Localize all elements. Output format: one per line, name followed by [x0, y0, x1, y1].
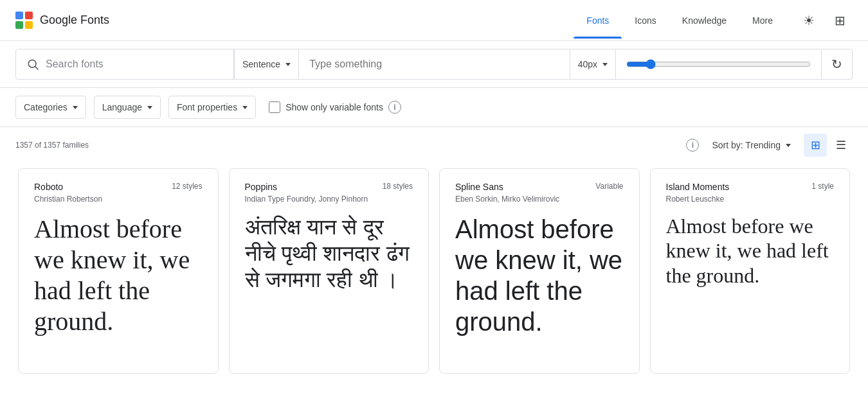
categories-button[interactable]: Categories [15, 96, 86, 119]
size-slider[interactable] [626, 59, 811, 69]
font-preview: अंतरिक्ष यान से दूर नीचे पृथ्वी शानदार ढ… [245, 214, 413, 358]
font-name: Roboto [34, 182, 63, 192]
font-author: Christian Robertson [34, 195, 203, 204]
type-something-box [299, 49, 570, 80]
language-chevron-icon [147, 106, 152, 109]
main-nav: Fonts Icons Knowledge More [574, 3, 786, 39]
theme-toggle-button[interactable]: ☀ [796, 8, 822, 33]
logo-area: Google Fonts [15, 12, 109, 30]
results-bar: 1357 of 1357 families i Sort by: Trendin… [0, 127, 868, 163]
font-properties-label: Font properties [177, 102, 237, 112]
grid-icon: ⊞ [811, 138, 820, 152]
google-logo-icon [15, 12, 33, 30]
search-input[interactable] [46, 58, 223, 70]
sentence-selector[interactable]: Sentence [235, 49, 299, 80]
font-preview: Almost before we knew it, we had left th… [34, 214, 203, 358]
font-styles: 1 style [811, 182, 834, 191]
variable-font-label[interactable]: Show only variable fonts [285, 102, 383, 112]
font-card-header: Poppins 18 styles [245, 182, 413, 192]
font-card-poppins[interactable]: Poppins 18 styles Indian Type Foundry, J… [229, 168, 429, 374]
font-preview-text: Almost before we knew it, we had left th… [34, 214, 203, 337]
slider-box [616, 49, 822, 80]
categories-chevron-icon [73, 106, 78, 109]
svg-rect-1 [25, 12, 33, 19]
sort-button[interactable]: Sort by: Trending [707, 136, 796, 154]
theme-icon: ☀ [803, 13, 815, 28]
svg-rect-2 [15, 21, 23, 29]
grid-view-button[interactable]: ⊞ [827, 8, 853, 33]
list-icon: ☰ [836, 138, 846, 152]
font-properties-chevron-icon [242, 106, 248, 109]
type-something-input[interactable] [309, 58, 559, 70]
font-name: Spline Sans [455, 182, 503, 192]
apps-grid-icon: ⊞ [835, 13, 845, 28]
font-styles: 18 styles [383, 182, 413, 191]
results-right: i Sort by: Trending ⊞ ☰ [686, 134, 853, 157]
variable-font-checkbox[interactable] [269, 101, 280, 113]
svg-point-4 [28, 60, 36, 67]
search-bar-container: Sentence 40px ↻ [0, 41, 868, 88]
svg-rect-3 [25, 21, 33, 29]
results-info-icon[interactable]: i [686, 139, 699, 152]
font-preview: Almost before we knew it, we had left th… [455, 214, 624, 358]
svg-line-5 [35, 67, 39, 70]
variable-info-icon[interactable]: i [388, 101, 401, 114]
grid-view-toggle-button[interactable]: ⊞ [804, 134, 827, 157]
sort-chevron-icon [786, 144, 791, 147]
svg-rect-0 [15, 12, 23, 19]
refresh-icon: ↻ [831, 57, 842, 72]
header: Google Fonts Fonts Icons Knowledge More … [0, 0, 868, 41]
variable-font-filter: Show only variable fonts i [269, 101, 401, 114]
size-chevron-icon [602, 63, 608, 66]
font-card-spline-sans[interactable]: Spline Sans Variable Eben Sorkin, Mirko … [439, 168, 640, 374]
size-selector[interactable]: 40px [570, 49, 616, 80]
font-card-roboto[interactable]: Roboto 12 styles Christian Robertson Alm… [18, 168, 219, 374]
header-icon-buttons: ☀ ⊞ [796, 8, 853, 33]
font-card-island-moments[interactable]: Island Moments 1 style Robert Leuschke A… [650, 168, 851, 374]
font-styles: 12 styles [172, 182, 202, 191]
font-properties-button[interactable]: Font properties [168, 96, 256, 119]
font-styles: Variable [595, 182, 623, 191]
font-author: Eben Sorkin, Mirko Velimirovic [455, 195, 624, 204]
font-name: Island Moments [666, 182, 730, 192]
search-box [15, 49, 234, 80]
font-name: Poppins [245, 182, 278, 192]
font-author: Indian Type Foundry, Jonny Pinhorn [245, 195, 413, 204]
nav-icons[interactable]: Icons [622, 3, 669, 39]
font-card-header: Island Moments 1 style [666, 182, 835, 192]
results-count: 1357 of 1357 families [15, 141, 89, 150]
view-toggle: ⊞ ☰ [804, 134, 853, 157]
language-label: Language [102, 102, 142, 112]
font-preview-text: Almost before we knew it, we had left th… [455, 214, 624, 337]
filter-bar: Categories Language Font properties Show… [0, 88, 868, 127]
font-grid: Roboto 12 styles Christian Robertson Alm… [0, 163, 868, 392]
font-preview: Almost before we knew it, we had left th… [666, 214, 835, 358]
search-icon [26, 58, 39, 71]
font-card-header: Spline Sans Variable [455, 182, 624, 192]
font-preview-text: अंतरिक्ष यान से दूर नीचे पृथ्वी शानदार ढ… [245, 214, 413, 292]
size-label: 40px [578, 59, 597, 69]
language-button[interactable]: Language [94, 96, 161, 119]
sentence-chevron-icon [285, 63, 291, 66]
categories-label: Categories [24, 102, 68, 112]
font-preview-text: Almost before we knew it, we had left th… [666, 214, 835, 288]
nav-knowledge[interactable]: Knowledge [669, 3, 739, 39]
font-author: Robert Leuschke [666, 195, 835, 204]
refresh-button[interactable]: ↻ [822, 49, 853, 80]
logo-text: Google Fonts [40, 13, 109, 27]
nav-fonts[interactable]: Fonts [574, 3, 622, 39]
sentence-label: Sentence [242, 59, 280, 69]
list-view-toggle-button[interactable]: ☰ [829, 134, 853, 157]
sort-label: Sort by: Trending [712, 140, 781, 150]
font-card-header: Roboto 12 styles [34, 182, 203, 192]
nav-more[interactable]: More [739, 3, 786, 39]
